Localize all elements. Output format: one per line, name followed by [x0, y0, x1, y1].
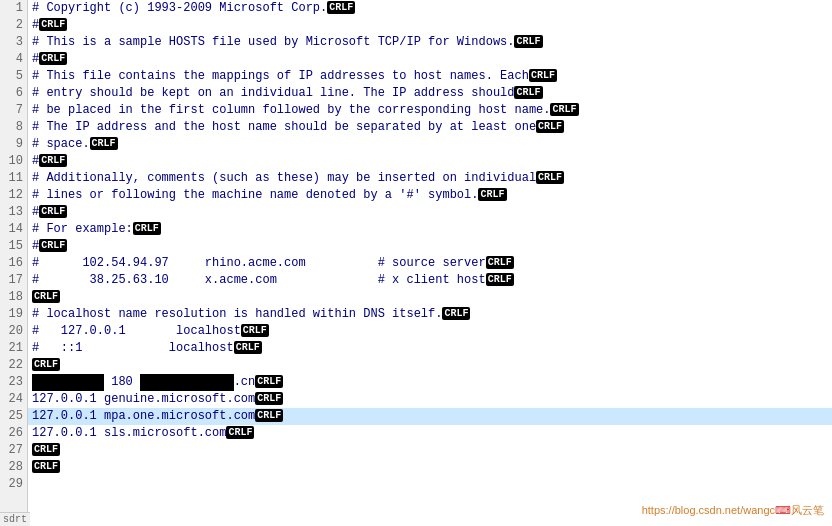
line-number: 9	[0, 136, 27, 153]
editor-container: 1234567891011121314151617181920212223242…	[0, 0, 832, 526]
line-number: 26	[0, 425, 27, 442]
code-line: #CRLF	[28, 51, 832, 68]
code-line: # ::1 localhostCRLF	[28, 340, 832, 357]
code-line: # This is a sample HOSTS file used by Mi…	[28, 34, 832, 51]
code-line: # lines or following the machine name de…	[28, 187, 832, 204]
code-line: # Additionally, comments (such as these)…	[28, 170, 832, 187]
status-bar: sdrt	[0, 512, 30, 526]
line-number: 22	[0, 357, 27, 374]
code-line: # For example:CRLF	[28, 221, 832, 238]
line-number: 16	[0, 255, 27, 272]
line-number: 1	[0, 0, 27, 17]
line-number: 6	[0, 85, 27, 102]
line-number: 5	[0, 68, 27, 85]
line-number: 12	[0, 187, 27, 204]
code-line: # be placed in the first column followed…	[28, 102, 832, 119]
line-number: 23	[0, 374, 27, 391]
code-line: # 127.0.0.1 localhostCRLF	[28, 323, 832, 340]
code-line: #CRLF	[28, 17, 832, 34]
redacted-ip: ██████████	[32, 374, 104, 391]
line-number: 11	[0, 170, 27, 187]
code-line: CRLF	[28, 442, 832, 459]
code-line: # 38.25.63.10 x.acme.com # x client host…	[28, 272, 832, 289]
code-line: CRLF	[28, 459, 832, 476]
code-line: # entry should be kept on an individual …	[28, 85, 832, 102]
line-number: 28	[0, 459, 27, 476]
code-line: 127.0.0.1 mpa.one.microsoft.comCRLF	[28, 408, 832, 425]
line-number: 15	[0, 238, 27, 255]
code-line: ██████████ 180 █████████████.cnCRLF	[28, 374, 832, 391]
line-numbers: 1234567891011121314151617181920212223242…	[0, 0, 28, 526]
code-line: CRLF	[28, 357, 832, 374]
line-number: 25	[0, 408, 27, 425]
code-line: 127.0.0.1 genuine.microsoft.comCRLF	[28, 391, 832, 408]
code-line: #CRLF	[28, 153, 832, 170]
code-line: #CRLF	[28, 204, 832, 221]
redacted-domain: █████████████	[140, 374, 234, 391]
line-number: 17	[0, 272, 27, 289]
line-number: 24	[0, 391, 27, 408]
line-number: 27	[0, 442, 27, 459]
code-line: # Copyright (c) 1993-2009 Microsoft Corp…	[28, 0, 832, 17]
code-line: # This file contains the mappings of IP …	[28, 68, 832, 85]
code-line: # localhost name resolution is handled w…	[28, 306, 832, 323]
line-number: 13	[0, 204, 27, 221]
code-line	[28, 476, 832, 493]
code-line: # space.CRLF	[28, 136, 832, 153]
code-line: #CRLF	[28, 238, 832, 255]
line-number: 18	[0, 289, 27, 306]
line-number: 7	[0, 102, 27, 119]
code-line: 127.0.0.1 sls.microsoft.comCRLF	[28, 425, 832, 442]
line-number: 14	[0, 221, 27, 238]
line-number: 2	[0, 17, 27, 34]
code-line: CRLF	[28, 289, 832, 306]
code-line: # 102.54.94.97 rhino.acme.com # source s…	[28, 255, 832, 272]
code-content[interactable]: # Copyright (c) 1993-2009 Microsoft Corp…	[28, 0, 832, 526]
line-number: 8	[0, 119, 27, 136]
line-number: 19	[0, 306, 27, 323]
line-number: 29	[0, 476, 27, 493]
code-line: # The IP address and the host name shoul…	[28, 119, 832, 136]
line-number: 4	[0, 51, 27, 68]
line-number: 20	[0, 323, 27, 340]
line-number: 10	[0, 153, 27, 170]
line-number: 3	[0, 34, 27, 51]
line-number: 21	[0, 340, 27, 357]
